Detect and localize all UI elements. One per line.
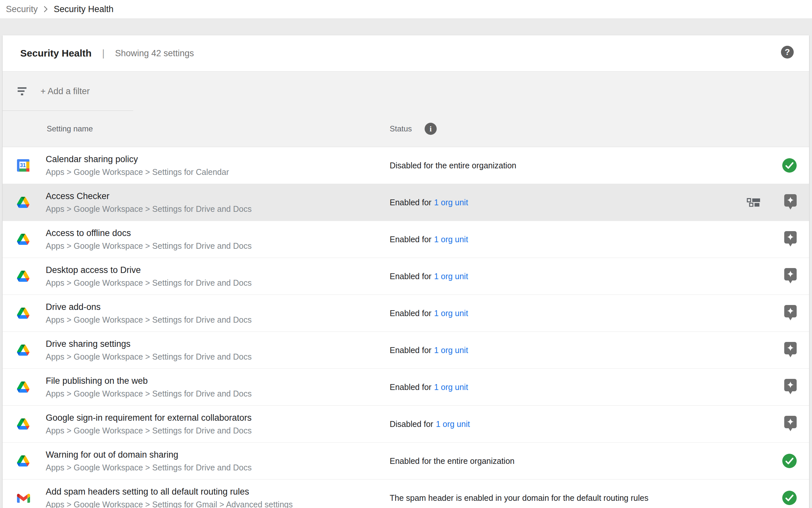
app-icon-slot	[17, 345, 31, 356]
setting-status: Enabled for1 org unit	[390, 272, 468, 281]
setting-text: Drive sharing settings Apps > Google Wor…	[46, 339, 251, 362]
setting-name: Drive sharing settings	[46, 339, 251, 349]
status-text: Enabled for	[390, 198, 431, 207]
recommendation-flag-icon[interactable]	[784, 194, 797, 211]
app-icon-slot	[17, 418, 31, 429]
svg-text:31: 31	[20, 163, 26, 168]
setting-text: Add spam headers setting to all default …	[46, 487, 293, 508]
status-ok-check-icon	[782, 454, 797, 468]
setting-row[interactable]: Drive add-ons Apps > Google Workspace > …	[3, 295, 809, 332]
setting-row[interactable]: 31 Calendar sharing policy Apps > Google…	[3, 147, 809, 184]
setting-name: Access Checker	[46, 191, 251, 201]
app-icon-slot	[17, 308, 31, 319]
app-icon-slot: 31	[17, 159, 31, 172]
app-icon-slot	[17, 455, 31, 466]
drive-icon	[17, 455, 30, 466]
setting-text: Access to offline docs Apps > Google Wor…	[46, 228, 251, 251]
setting-row[interactable]: Access Checker Apps > Google Workspace >…	[3, 184, 809, 221]
status-text: Disabled for the entire organization	[390, 161, 516, 170]
info-icon[interactable]: i	[425, 123, 437, 135]
recommendation-flag-icon[interactable]	[784, 305, 797, 321]
recommendation-flag-icon[interactable]	[784, 416, 797, 432]
org-unit-link[interactable]: 1 org unit	[434, 382, 468, 392]
drive-icon	[17, 308, 30, 319]
setting-row[interactable]: Desktop access to Drive Apps > Google Wo…	[3, 258, 809, 295]
setting-name: Calendar sharing policy	[46, 154, 229, 164]
status-ok-check-icon	[782, 158, 797, 173]
setting-status: Enabled for the entire organization	[390, 456, 515, 466]
setting-name: File publishing on the web	[46, 376, 251, 386]
security-health-card: Security Health | Showing 42 settings ? …	[3, 35, 809, 508]
setting-name: Drive add-ons	[46, 302, 251, 312]
status-text: Enabled for the entire organization	[390, 456, 515, 466]
setting-row[interactable]: File publishing on the web Apps > Google…	[3, 369, 809, 406]
gmail-icon	[17, 493, 30, 503]
setting-path: Apps > Google Workspace > Settings for C…	[46, 167, 229, 177]
org-unit-link[interactable]: 1 org unit	[434, 308, 468, 318]
setting-status: Disabled for the entire organization	[390, 161, 516, 170]
org-unit-link[interactable]: 1 org unit	[434, 345, 468, 355]
drive-icon	[17, 381, 30, 393]
status-text: Enabled for	[390, 308, 431, 318]
status-text: Enabled for	[390, 235, 431, 244]
breadcrumb-current: Security Health	[54, 4, 114, 14]
status-text: Enabled for	[390, 382, 431, 392]
calendar-icon: 31	[17, 159, 30, 172]
setting-path: Apps > Google Workspace > Settings for D…	[46, 315, 251, 325]
setting-status: Enabled for1 org unit	[390, 345, 468, 355]
setting-path: Apps > Google Workspace > Settings for D…	[46, 278, 251, 288]
setting-text: Access Checker Apps > Google Workspace >…	[46, 191, 251, 214]
setting-row[interactable]: Google sign-in requirement for external …	[3, 406, 809, 442]
settings-list: 31 Calendar sharing policy Apps > Google…	[3, 147, 809, 508]
setting-status: Disabled for1 org unit	[390, 419, 470, 429]
breadcrumb-security-link[interactable]: Security	[6, 4, 38, 14]
setting-status: Enabled for1 org unit	[390, 198, 468, 207]
filter-icon[interactable]	[18, 87, 27, 95]
setting-path: Apps > Google Workspace > Settings for D…	[46, 241, 251, 251]
page-title: Security Health	[20, 48, 91, 59]
add-filter-button[interactable]: + Add a filter	[41, 86, 90, 96]
org-units-icon	[747, 198, 761, 207]
setting-text: Calendar sharing policy Apps > Google Wo…	[46, 154, 229, 177]
org-unit-link[interactable]: 1 org unit	[434, 198, 468, 207]
app-icon-slot	[17, 493, 31, 503]
org-unit-link[interactable]: 1 org unit	[434, 272, 468, 281]
recommendation-flag-icon[interactable]	[784, 268, 797, 284]
org-unit-link[interactable]: 1 org unit	[436, 419, 470, 429]
breadcrumb: Security Security Health	[0, 0, 812, 18]
table-header: Setting name Status i	[3, 111, 809, 147]
setting-row[interactable]: Drive sharing settings Apps > Google Wor…	[3, 332, 809, 369]
setting-status: Enabled for1 org unit	[390, 235, 468, 244]
app-icon-slot	[17, 381, 31, 393]
status-text: Disabled for	[390, 419, 433, 429]
setting-status: Enabled for1 org unit	[390, 308, 468, 318]
status-ok-check-icon	[782, 491, 797, 505]
title-separator: |	[102, 48, 104, 59]
recommendation-flag-icon[interactable]	[784, 342, 797, 358]
recommendation-flag-icon[interactable]	[784, 231, 797, 248]
status-text: Enabled for	[390, 345, 431, 355]
setting-name: Warning for out of domain sharing	[46, 450, 251, 460]
setting-path: Apps > Google Workspace > Settings for D…	[46, 426, 251, 435]
setting-row[interactable]: Warning for out of domain sharing Apps >…	[3, 442, 809, 479]
drive-icon	[17, 197, 30, 208]
status-text: Enabled for	[390, 272, 431, 281]
app-icon-slot	[17, 271, 31, 282]
setting-name: Desktop access to Drive	[46, 265, 251, 275]
setting-path: Apps > Google Workspace > Settings for D…	[46, 389, 251, 398]
setting-row[interactable]: Access to offline docs Apps > Google Wor…	[3, 221, 809, 258]
recommendation-flag-icon[interactable]	[784, 379, 797, 395]
setting-path: Apps > Google Workspace > Settings for G…	[46, 500, 293, 508]
setting-name: Google sign-in requirement for external …	[46, 413, 251, 423]
setting-text: File publishing on the web Apps > Google…	[46, 376, 251, 398]
help-icon[interactable]: ?	[781, 46, 794, 58]
app-icon-slot	[17, 197, 31, 208]
column-setting-name: Setting name	[47, 124, 93, 133]
setting-text: Desktop access to Drive Apps > Google Wo…	[46, 265, 251, 288]
org-unit-link[interactable]: 1 org unit	[434, 235, 468, 244]
setting-status: Enabled for1 org unit	[390, 382, 468, 392]
setting-row[interactable]: Add spam headers setting to all default …	[3, 479, 809, 508]
breadcrumb-chevron-icon	[44, 6, 48, 13]
setting-text: Drive add-ons Apps > Google Workspace > …	[46, 302, 251, 325]
setting-name: Add spam headers setting to all default …	[46, 487, 293, 497]
